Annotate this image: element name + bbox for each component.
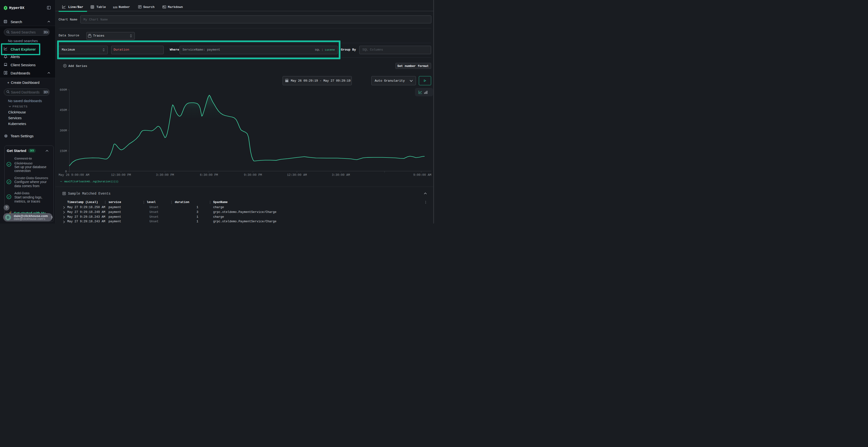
- svg-text:12:30:00 PM: 12:30:00 PM: [111, 173, 131, 177]
- svg-text:3:30:00 AM: 3:30:00 AM: [332, 173, 350, 177]
- svg-text:3:30:00 PM: 3:30:00 PM: [156, 173, 174, 177]
- svg-text:May 26 9:00:00 AM: May 26 9:00:00 AM: [59, 173, 89, 177]
- svg-text:450M: 450M: [60, 109, 67, 112]
- svg-text:6:30:00 PM: 6:30:00 PM: [200, 173, 218, 177]
- svg-text:9:30:00 PM: 9:30:00 PM: [244, 173, 262, 177]
- svg-text:150M: 150M: [60, 149, 67, 153]
- svg-text:600M: 600M: [60, 89, 67, 92]
- svg-text:9:00:00 AM: 9:00:00 AM: [413, 173, 431, 177]
- svg-text:300M: 300M: [60, 129, 67, 133]
- svg-text:0: 0: [65, 170, 67, 173]
- svg-text:12:30:00 AM: 12:30:00 AM: [287, 173, 307, 177]
